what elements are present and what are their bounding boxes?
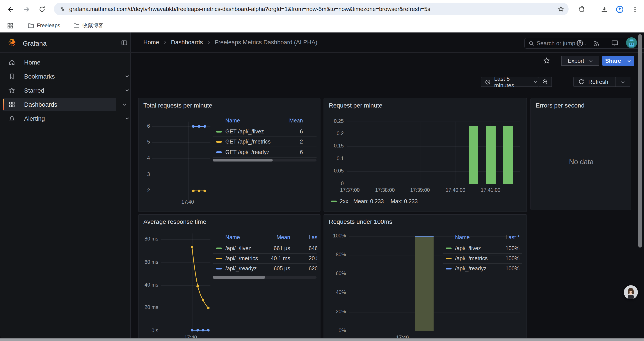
favorite-star-icon[interactable] [543,57,550,64]
panel-requests-under-100ms[interactable]: Requests under 100ms 100%80%60%40%20%0%1… [324,214,527,338]
legend-cell[interactable]: 100% [471,245,520,252]
user-avatar[interactable] [626,37,637,48]
chevron-down-icon[interactable] [124,87,130,94]
breadcrumb-current: Freeleaps Metrics Dashboard (ALPHA) [215,39,318,46]
export-button[interactable]: Export [561,56,599,66]
legend-separator [212,243,316,243]
no-data-message: No data [531,158,631,166]
legend-cell[interactable]: 100% [471,265,520,272]
legend-cell[interactable]: 646 [309,245,318,252]
sidebar: Grafana Home Bookmarks Starred [0,33,131,338]
legend-separator [443,253,522,254]
time-range-picker[interactable]: Last 5 minutes [481,77,538,87]
time-controls: Last 5 minutes Refresh [131,69,644,90]
legend-series-name[interactable]: 2xx [340,198,348,205]
sidebar-item-home[interactable]: Home [3,56,116,69]
chevron-down-icon[interactable] [124,115,130,122]
legend-separator [443,263,522,264]
breadcrumb-home[interactable]: Home [143,39,159,46]
legend-cell[interactable]: 6 [255,129,303,135]
floating-avatar[interactable] [624,285,638,299]
panel-title[interactable]: Errors per second [536,102,584,109]
reload-button[interactable] [37,4,47,15]
legend-separator [212,147,316,147]
sidebar-item-bookmarks[interactable]: Bookmarks [3,70,116,83]
collapse-sidebar-icon[interactable] [121,40,128,46]
chevron-down-icon[interactable] [122,101,128,108]
sidebar-item-starred[interactable]: Starred [3,84,116,97]
legend-cell[interactable]: 6 [255,149,303,156]
vertical-scrollbar[interactable] [638,34,642,247]
legend-cell[interactable]: 620 [309,265,318,272]
horizontal-scrollbar[interactable] [0,338,644,341]
legend-swatch [216,268,222,269]
legend-header[interactable]: Mean [255,118,303,124]
url-bar[interactable]: grafana.mathmast.com/d/deytv4rwavabkb/fr… [54,3,568,15]
grafana-app: Grafana Home Bookmarks Starred [0,33,644,338]
profile-icon [615,5,624,14]
page-header: Home Dashboards Freeleaps Metrics Dashbo… [131,33,644,53]
chart-canvas [324,215,526,338]
zoom-out-button[interactable] [538,77,552,87]
legend-swatch [446,247,452,249]
extensions-button[interactable] [576,4,587,15]
refresh-interval-button[interactable] [615,77,630,87]
browser-menu-button[interactable] [630,4,640,15]
back-icon [7,6,14,13]
legend-swatch [446,268,452,269]
news-rss-icon[interactable] [593,40,600,47]
legend-cell[interactable]: 100% [471,255,520,262]
bookmark-folder-freeleaps[interactable]: Freeleaps [24,21,63,30]
url-text[interactable]: grafana.mathmast.com/d/deytv4rwavabkb/fr… [69,6,430,12]
legend-header[interactable]: Last * [471,234,520,241]
back-button[interactable] [5,4,16,15]
panel-request-per-minute[interactable]: Request per minute 0.250.20.150.10.05017… [324,98,527,212]
bookmark-folder-blogs[interactable]: 收藏博客 [70,21,106,30]
share-button[interactable]: Share [602,56,624,66]
sidebar-item-label: Bookmarks [24,73,55,80]
legend-header[interactable]: Las [309,234,318,241]
apps-shortcut-button[interactable] [5,20,15,31]
breadcrumb-dashboards[interactable]: Dashboards [171,39,203,46]
legend-separator [212,274,316,274]
bell-icon [8,115,15,122]
legend-scrollbar-thumb[interactable] [212,159,273,162]
legend-separator [212,137,316,137]
legend-header[interactable]: Mean [242,234,290,241]
browser-toolbar: grafana.mathmast.com/d/deytv4rwavabkb/fr… [0,0,644,19]
legend-cell[interactable]: 20.5 m [309,255,318,262]
legend-scrollbar-thumb[interactable] [212,276,265,279]
apps-grid-icon [8,101,15,108]
help-icon[interactable] [576,40,584,47]
share-label: Share [605,58,621,64]
refresh-button[interactable]: Refresh [574,77,616,87]
share-menu-button[interactable] [624,56,634,66]
sidebar-item-dashboards[interactable]: Dashboards [3,98,116,111]
legend-cell[interactable]: 605 µs [242,265,290,272]
panel-average-response-time[interactable]: Average response time 80 ms60 ms40 ms20 … [138,214,320,338]
legend-cell[interactable]: 2 [255,139,303,145]
chevron-down-icon[interactable] [124,73,130,80]
panel-total-requests-per-minute[interactable]: Total requests per minute 6543217:40Name… [138,98,320,212]
chevron-down-icon [620,79,625,85]
legend-max: Max: 0.233 [390,198,418,205]
browser-profile-button[interactable] [614,4,625,15]
kiosk-monitor-icon[interactable] [611,40,618,47]
star-icon [8,87,15,94]
downloads-button[interactable] [599,4,609,15]
panel-errors-per-second[interactable]: Errors per second No data [530,98,631,210]
legend-cell[interactable]: 661 µs [242,245,290,252]
forward-button[interactable] [21,4,32,15]
forward-icon [22,6,30,13]
legend-cell[interactable]: 40.1 ms [242,255,290,262]
download-icon [600,6,608,13]
grafana-logo [8,38,17,47]
bookmark-star-icon[interactable] [558,6,564,12]
bookmarks-divider [19,22,19,30]
sidebar-item-alerting[interactable]: Alerting [3,112,116,125]
site-settings-icon[interactable] [59,6,66,12]
avatar-graphic [630,40,634,41]
avatar-graphic [629,43,634,47]
brand-title[interactable]: Grafana [23,40,46,47]
refresh-icon [578,79,584,85]
